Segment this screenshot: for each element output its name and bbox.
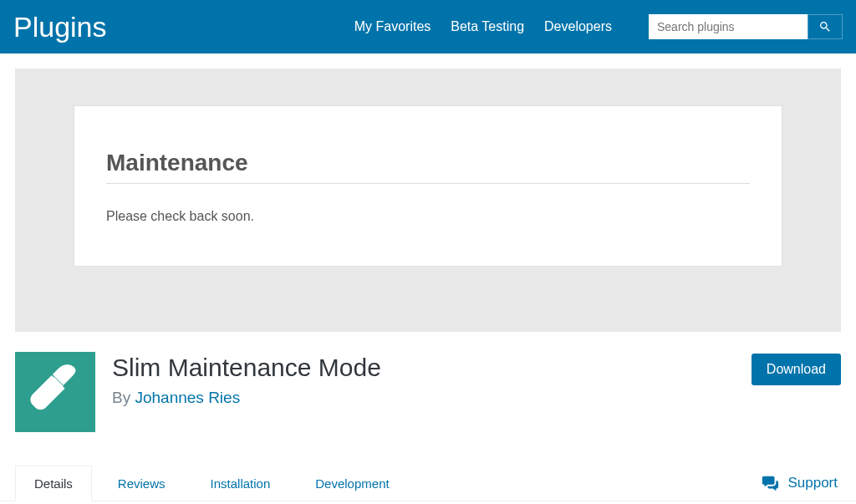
nav-beta-link[interactable]: Beta Testing [451, 19, 524, 34]
support-link[interactable]: Support [757, 467, 841, 499]
search-button[interactable] [808, 14, 843, 39]
nav-favorites-link[interactable]: My Favorites [354, 19, 431, 34]
support-label: Support [787, 475, 838, 491]
banner-card: Maintenance Please check back soon. [74, 105, 782, 267]
plugin-byline: By Johannes Ries [112, 389, 735, 407]
header-nav: My Favorites Beta Testing Developers [354, 14, 843, 39]
nav-developers-link[interactable]: Developers [544, 19, 612, 34]
wrench-icon [26, 363, 84, 421]
byline-prefix: By [112, 389, 135, 406]
banner-card-text: Please check back soon. [106, 209, 750, 224]
plugin-author-link[interactable]: Johannes Ries [135, 389, 240, 406]
tab-development[interactable]: Development [296, 466, 408, 501]
banner-card-title: Maintenance [106, 150, 750, 184]
search-container [649, 14, 843, 39]
tab-installation[interactable]: Installation [191, 466, 290, 501]
search-icon [818, 20, 832, 33]
plugin-meta: Slim Maintenance Mode By Johannes Ries [112, 352, 735, 407]
page-title: Plugins [13, 11, 107, 43]
download-button[interactable]: Download [752, 354, 841, 385]
plugin-header: Slim Maintenance Mode By Johannes Ries D… [0, 332, 856, 432]
plugin-banner: Maintenance Please check back soon. [15, 69, 841, 332]
tab-details[interactable]: Details [15, 466, 92, 501]
plugin-icon-container [15, 352, 95, 432]
plugin-title: Slim Maintenance Mode [112, 354, 735, 382]
tab-reviews[interactable]: Reviews [99, 466, 185, 501]
tabs-row: Details Reviews Installation Development… [0, 432, 856, 501]
speech-bubble-icon [761, 474, 779, 492]
search-input[interactable] [649, 14, 808, 39]
header-bar: Plugins My Favorites Beta Testing Develo… [0, 0, 856, 53]
